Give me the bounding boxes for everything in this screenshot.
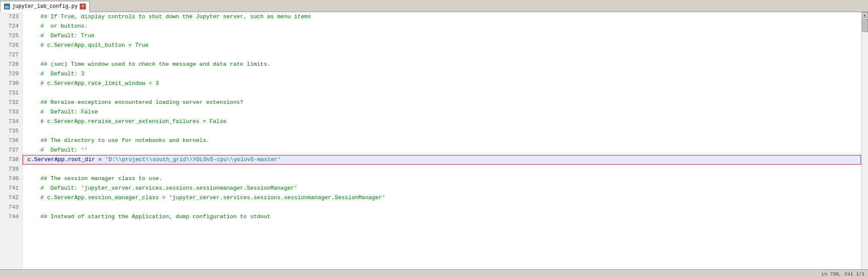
comment-text: ## If True, display controls to shut dow… <box>27 12 311 22</box>
line-number: 726 <box>0 41 22 50</box>
line-number: 736 <box>0 136 22 145</box>
line-number: 733 <box>0 107 22 117</box>
comment-text: ## The directory to use for notebooks an… <box>27 136 209 145</box>
statusbar: Ln 738, Col 1/1 <box>0 269 868 278</box>
statusbar-text: Ln 738, Col 1/1 <box>822 272 865 277</box>
code-line: # Default: '' <box>23 145 861 155</box>
comment-text: ## (sec) Time window used to check the m… <box>27 60 271 69</box>
comment-text: ## Reraise exceptions encountered loadin… <box>27 98 243 107</box>
comment-text: # Default: 'jupyter_server.services.sess… <box>27 184 297 193</box>
line-number: 724 <box>0 22 22 31</box>
scrollbar-up-arrow[interactable]: ▲ <box>862 12 868 18</box>
comment-text: # Default: True <box>27 31 95 41</box>
line-number: 743 <box>0 203 22 212</box>
line-number: 725 <box>0 31 22 41</box>
code-line <box>23 126 861 136</box>
line-number: 740 <box>0 174 22 184</box>
tab-close-button[interactable]: × <box>80 3 86 10</box>
line-number: 741 <box>0 184 22 193</box>
code-line: ## The directory to use for notebooks an… <box>23 136 861 145</box>
line-number: 727 <box>0 50 22 60</box>
line-number: 729 <box>0 69 22 79</box>
code-line: ## If True, display controls to shut dow… <box>23 12 861 22</box>
code-line: # c.ServerApp.session_manager_class = 'j… <box>23 193 861 203</box>
comment-text: # c.ServerApp.rate_limit_window = 3 <box>27 79 159 88</box>
comment-text: # Default: '' <box>27 145 88 155</box>
line-number: 731 <box>0 88 22 98</box>
code-line: # c.ServerApp.rate_limit_window = 3 <box>23 79 861 88</box>
code-line: # Default: 'jupyter_server.services.sess… <box>23 184 861 193</box>
tab-filename: jupyter_lab_config.py <box>12 3 78 10</box>
comment-text: # c.ServerApp.session_manager_class = 'j… <box>27 193 385 203</box>
comment-text: ## The session manager class to use. <box>27 174 162 184</box>
comment-text: # Default: False <box>27 107 98 117</box>
comment-text: ## Instead of starting the Application, … <box>27 212 271 222</box>
code-line: # c.ServerApp.reraise_server_extension_f… <box>23 117 861 126</box>
scrollbar-thumb[interactable] <box>862 19 868 32</box>
code-content[interactable]: ## If True, display controls to shut dow… <box>23 12 861 269</box>
code-line <box>23 88 861 98</box>
code-line: # or buttons. <box>23 22 861 31</box>
comment-text: # or buttons. <box>27 22 88 31</box>
code-line <box>23 165 861 174</box>
code-line: ## Reraise exceptions encountered loadin… <box>23 98 861 107</box>
comment-text: # c.ServerApp.reraise_server_extension_f… <box>27 117 226 126</box>
line-number: 732 <box>0 98 22 107</box>
code-text: c.ServerApp.root_dir = <box>27 155 105 165</box>
code-area: 7237247257267277287297307317327337347357… <box>0 12 868 269</box>
string-value: 'D:\\project\\south_grid\\YOLOv5-cpu\\yo… <box>105 155 281 165</box>
line-number: 742 <box>0 193 22 203</box>
line-numbers: 7237247257267277287297307317327337347357… <box>0 12 23 269</box>
editor-window: py jupyter_lab_config.py × 7237247257267… <box>0 0 868 278</box>
line-number: 723 <box>0 12 22 22</box>
code-line: # Default: True <box>23 31 861 41</box>
line-number: 730 <box>0 79 22 88</box>
code-line: c.ServerApp.root_dir = 'D:\\project\\sou… <box>23 155 861 165</box>
code-line: ## The session manager class to use. <box>23 174 861 184</box>
python-file-icon: py <box>4 3 10 10</box>
code-line: ## Instead of starting the Application, … <box>23 212 861 222</box>
line-number: 744 <box>0 212 22 222</box>
line-number: 728 <box>0 60 22 69</box>
line-number: 735 <box>0 126 22 136</box>
code-line <box>23 50 861 60</box>
code-line: ## (sec) Time window used to check the m… <box>23 60 861 69</box>
code-line: # c.ServerApp.quit_button = True <box>23 41 861 50</box>
line-number: 734 <box>0 117 22 126</box>
line-number: 737 <box>0 145 22 155</box>
scrollbar[interactable]: ▲ <box>861 12 868 269</box>
line-number: 739 <box>0 165 22 174</box>
comment-text: # Default: 3 <box>27 69 85 79</box>
line-number: 738 <box>0 155 22 165</box>
code-line: # Default: 3 <box>23 69 861 79</box>
tab-bar: py jupyter_lab_config.py × <box>0 0 868 12</box>
editor-tab[interactable]: py jupyter_lab_config.py × <box>0 1 90 12</box>
code-line: # Default: False <box>23 107 861 117</box>
code-line <box>23 203 861 212</box>
comment-text: # c.ServerApp.quit_button = True <box>27 41 149 50</box>
